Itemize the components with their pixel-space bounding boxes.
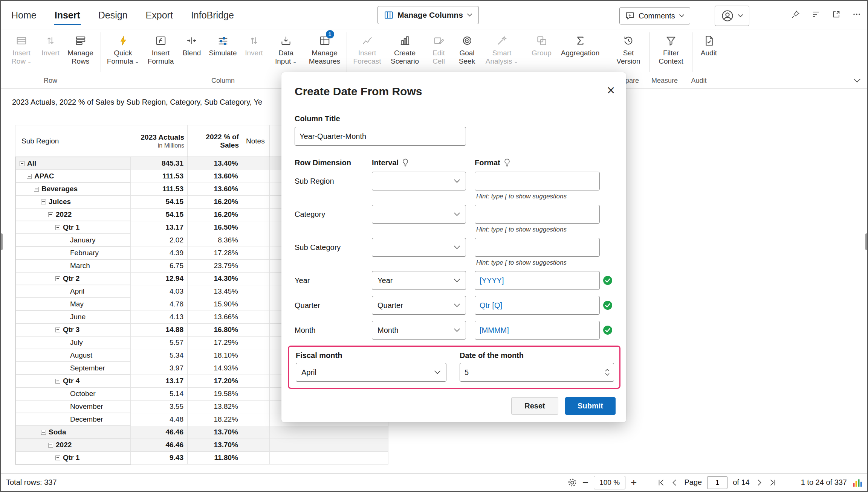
account-menu-button[interactable] xyxy=(715,6,749,26)
reset-button[interactable]: Reset xyxy=(511,397,558,415)
interval-select[interactable] xyxy=(372,172,466,190)
collapse-toggle-icon[interactable] xyxy=(48,443,53,448)
valid-check-icon xyxy=(600,238,616,257)
col-header-sub-region[interactable]: Sub Region xyxy=(15,125,131,157)
manage-measures-button[interactable]: 1 ManageMeasures xyxy=(305,31,344,74)
create-scenario-button[interactable]: CreateScenario xyxy=(385,31,425,74)
collapse-toggle-icon[interactable] xyxy=(20,161,24,166)
tab-insert[interactable]: Insert xyxy=(54,2,81,28)
tab-export[interactable]: Export xyxy=(145,2,174,28)
simulate-button[interactable]: Simulate xyxy=(205,31,241,74)
row-label: Qtr 1 xyxy=(63,223,79,232)
date-of-month-input[interactable] xyxy=(460,363,614,382)
collapse-toggle-icon[interactable] xyxy=(27,174,32,179)
cell-actuals: 54.15 xyxy=(131,208,188,221)
manage-columns-button[interactable]: Manage Columns xyxy=(377,6,479,24)
table-row[interactable]: 202246.4613.70% xyxy=(15,439,388,451)
filter-context-button[interactable]: FilterContext xyxy=(652,31,690,74)
interval-select[interactable]: Quarter xyxy=(372,296,466,315)
increment-icon[interactable] xyxy=(605,369,610,372)
fiscal-month-select[interactable]: April xyxy=(296,363,446,382)
interval-select[interactable] xyxy=(372,238,466,257)
pin-icon[interactable] xyxy=(791,10,800,19)
zoom-level[interactable]: 100 % xyxy=(594,476,625,489)
insert-row-icon xyxy=(16,32,27,49)
collapse-toggle-icon[interactable] xyxy=(34,187,39,192)
quick-formula-button[interactable]: QuickFormula⌄ xyxy=(103,31,143,74)
set-version-button[interactable]: SetVersion xyxy=(610,31,647,74)
manage-rows-button[interactable]: ManageRows xyxy=(63,31,98,74)
dropdown-chevron-icon: ⌄ xyxy=(292,59,297,64)
row-label: November xyxy=(70,402,103,411)
insert-forecast-button[interactable]: InsertForecast xyxy=(349,31,385,74)
goal-seek-button[interactable]: GoalSeek xyxy=(453,31,481,74)
decrement-icon[interactable] xyxy=(605,373,610,376)
zoom-out-button[interactable]: − xyxy=(582,477,588,488)
first-page-button[interactable] xyxy=(657,478,665,487)
collapse-toggle-icon[interactable] xyxy=(55,276,60,281)
insert-row-button[interactable]: InsertRow⌄ xyxy=(5,31,38,74)
edit-cell-button[interactable]: EditCell xyxy=(425,31,453,74)
collapse-toggle-icon[interactable] xyxy=(41,430,46,435)
format-input[interactable] xyxy=(475,238,600,257)
col-header-notes[interactable]: Notes xyxy=(242,125,270,157)
sort-lines-icon[interactable] xyxy=(811,10,821,19)
cell-notes xyxy=(242,387,270,400)
ribbon-collapse-icon[interactable] xyxy=(853,78,861,84)
collapse-toggle-icon[interactable] xyxy=(55,455,60,460)
date-of-month-value[interactable] xyxy=(460,368,603,377)
aggregation-button[interactable]: Aggregation xyxy=(556,31,605,74)
collapse-toggle-icon[interactable] xyxy=(55,379,60,384)
group-button[interactable]: Group xyxy=(527,31,556,74)
tab-home[interactable]: Home xyxy=(11,2,37,28)
invert-column-button[interactable]: Invert xyxy=(241,31,267,74)
format-input[interactable]: [MMMM] xyxy=(475,321,600,340)
cell-actuals: 13.17 xyxy=(131,375,188,387)
format-input[interactable] xyxy=(475,205,600,224)
format-input[interactable]: [YYYY] xyxy=(475,271,600,290)
format-input[interactable]: Qtr [Q] xyxy=(475,296,600,315)
comments-button[interactable]: Comments xyxy=(619,7,690,24)
collapse-toggle-icon[interactable] xyxy=(55,327,60,332)
table-row[interactable]: Soda46.4613.70% xyxy=(15,426,388,439)
blend-button[interactable]: Blend xyxy=(179,31,205,74)
submit-button[interactable]: Submit xyxy=(565,397,616,415)
table-row[interactable]: Qtr 19.4311.80% xyxy=(15,451,388,465)
audit-document-icon xyxy=(703,32,715,49)
collapse-toggle-icon[interactable] xyxy=(41,200,46,204)
tab-infobridge[interactable]: InfoBridge xyxy=(190,2,235,28)
data-input-button[interactable]: DataInput⌄ xyxy=(267,31,305,74)
column-title-input[interactable] xyxy=(295,127,466,146)
indent-spacer xyxy=(63,366,67,371)
cell-actuals: 4.13 xyxy=(131,311,188,323)
last-page-button[interactable] xyxy=(769,478,777,487)
zoom-in-button[interactable]: + xyxy=(631,477,637,488)
previous-page-button[interactable] xyxy=(671,478,679,487)
mini-chart-icon[interactable] xyxy=(852,478,862,487)
interval-select[interactable] xyxy=(372,205,466,224)
invert-row-button[interactable]: Invert xyxy=(38,31,63,74)
more-options-icon[interactable] xyxy=(852,10,861,19)
interval-select[interactable]: Month xyxy=(372,321,466,340)
smart-analysis-button[interactable]: SmartAnalysis⌄ xyxy=(481,31,523,74)
page-number-input[interactable] xyxy=(707,476,727,489)
window-resize-handle-left[interactable] xyxy=(1,233,3,250)
close-icon[interactable]: × xyxy=(607,84,615,97)
interval-select[interactable]: Year xyxy=(372,271,466,290)
settings-gear-icon[interactable] xyxy=(567,478,577,487)
insert-formula-button[interactable]: InsertFormula xyxy=(143,31,179,74)
window-resize-handle-right[interactable] xyxy=(865,233,867,250)
expand-window-icon[interactable] xyxy=(832,10,841,19)
audit-button[interactable]: Audit xyxy=(695,31,723,74)
format-input[interactable] xyxy=(475,172,600,190)
next-page-button[interactable] xyxy=(755,478,763,487)
collapse-toggle-icon[interactable] xyxy=(55,225,60,230)
cell-notes xyxy=(242,183,270,195)
col-header-actuals[interactable]: 2023 Actuals in Millions xyxy=(131,125,188,157)
cell-notes xyxy=(242,157,270,170)
format-column: Qtr [Q] xyxy=(475,296,600,315)
tab-design[interactable]: Design xyxy=(98,2,128,28)
indent-spacer xyxy=(63,353,67,358)
col-header-pct[interactable]: 2022 % of Sales xyxy=(188,125,242,157)
collapse-toggle-icon[interactable] xyxy=(48,212,53,217)
